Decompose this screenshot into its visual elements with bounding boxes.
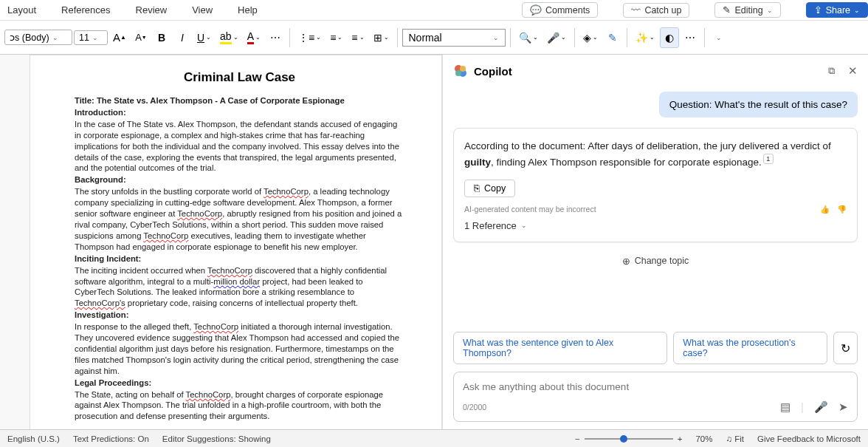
plus-circle-icon: ⊕ xyxy=(622,256,630,267)
copilot-title: Copilot xyxy=(474,65,512,78)
copilot-input-box[interactable]: 0/2000 ▤ | 🎤 ➤ xyxy=(453,372,858,422)
char-counter: 0/2000 xyxy=(463,403,486,412)
tab-references[interactable]: References xyxy=(61,4,110,16)
para-inc: The inciting incident occurred when Tech… xyxy=(75,265,404,310)
para-leg: The State, acting on behalf of TechnoCor… xyxy=(75,389,404,423)
shrink-font-button[interactable]: A▼ xyxy=(131,27,151,48)
copy-icon: ⎘ xyxy=(474,183,480,194)
catchup-button[interactable]: 〰Catch up xyxy=(623,3,689,18)
heading-intro: Introduction: xyxy=(75,107,404,118)
document-area[interactable]: Criminal Law Case Title: The State vs. A… xyxy=(0,55,443,429)
feedback-link[interactable]: Give Feedback to Microsoft xyxy=(757,434,861,443)
bullets-button[interactable]: ⋮≡⌄ xyxy=(294,27,325,48)
grow-font-button[interactable]: A▲ xyxy=(109,27,130,48)
thumbs-up-icon[interactable]: 👍 xyxy=(820,205,830,214)
zoom-in-icon[interactable]: + xyxy=(678,434,683,443)
pencil-icon: ✎ xyxy=(723,4,731,16)
zoom-out-icon[interactable]: − xyxy=(575,434,580,443)
copilot-body: Question: What's the result of this case… xyxy=(443,87,868,332)
status-bar: English (U.S.) Text Predictions: On Edit… xyxy=(0,429,868,447)
svg-point-2 xyxy=(460,66,466,72)
spacing-button[interactable]: ⊞⌄ xyxy=(370,27,393,48)
status-pred[interactable]: Text Predictions: On xyxy=(73,434,149,443)
menu-bar: Layout References Review View Help 💬Comm… xyxy=(0,0,868,21)
refresh-icon: ↻ xyxy=(841,341,850,355)
heading-inv: Investigation: xyxy=(75,310,404,321)
font-select[interactable]: ɔs (Body)⌄ xyxy=(4,30,72,45)
status-editor[interactable]: Editor Suggestions: Showing xyxy=(162,434,271,443)
italic-button[interactable]: I xyxy=(173,27,192,48)
disclaimer-text: AI-generated content may be incorrect xyxy=(464,205,596,214)
heading-title: Title: The State vs. Alex Thompson - A C… xyxy=(75,95,404,106)
share-icon: ⇪ xyxy=(814,4,822,16)
user-message: Question: What's the result of this case… xyxy=(659,92,858,117)
wand-button[interactable]: ✨⌄ xyxy=(632,27,658,48)
copilot-input[interactable] xyxy=(463,381,848,392)
ai-response-card: According to the document: After days of… xyxy=(453,128,858,242)
comments-button[interactable]: 💬Comments xyxy=(522,2,598,18)
close-icon[interactable]: ✕ xyxy=(848,64,858,78)
designer-button[interactable]: ◈⌄ xyxy=(579,27,602,48)
heading-leg: Legal Proceedings: xyxy=(75,378,404,389)
copy-button[interactable]: ⎘Copy xyxy=(464,180,515,197)
para-intro: In the case of The State vs. Alex Thomps… xyxy=(75,119,404,174)
page[interactable]: Criminal Law Case Title: The State vs. A… xyxy=(30,55,442,429)
style-select[interactable]: Normal⌄ xyxy=(402,29,506,47)
overflow-button[interactable]: ⋯ xyxy=(681,27,700,48)
status-lang[interactable]: English (U.S.) xyxy=(7,434,60,443)
doc-title: Criminal Law Case xyxy=(75,70,404,85)
heading-inc: Inciting Incident: xyxy=(75,253,404,265)
size-select[interactable]: 11⌄ xyxy=(74,30,108,45)
copilot-logo-icon xyxy=(453,64,468,78)
heading-bg: Background: xyxy=(75,174,404,185)
fit-button[interactable]: ♫ Fit xyxy=(726,434,744,443)
suggestion-2[interactable]: What was the prosecution's case? xyxy=(673,332,827,364)
tab-view[interactable]: View xyxy=(192,4,213,16)
comment-icon: 💬 xyxy=(530,4,542,16)
svg-point-3 xyxy=(455,70,461,76)
send-icon[interactable]: ➤ xyxy=(838,400,848,414)
chevron-button[interactable]: ⌄ xyxy=(709,27,728,48)
expand-icon[interactable]: ⧉ xyxy=(828,65,835,77)
book-icon[interactable]: ▤ xyxy=(780,400,790,414)
tab-help[interactable]: Help xyxy=(238,4,258,16)
dictate-button[interactable]: 🎤⌄ xyxy=(543,27,570,48)
numbering-button[interactable]: ≡⌄ xyxy=(326,27,346,48)
suggestion-1[interactable]: What was the sentence given to Alex Thom… xyxy=(453,332,667,364)
reference-toggle[interactable]: 1 Reference⌄ xyxy=(464,220,847,231)
editing-button[interactable]: ✎Editing⌄ xyxy=(714,2,780,18)
find-button[interactable]: 🔍⌄ xyxy=(515,27,542,48)
share-button[interactable]: ⇪Share⌄ xyxy=(806,2,868,18)
zoom-value[interactable]: 70% xyxy=(695,434,712,443)
para-inv: In response to the alleged theft, Techno… xyxy=(75,321,404,377)
pulse-icon: 〰 xyxy=(631,5,641,16)
ai-text: According to the document: After days of… xyxy=(464,139,847,169)
para-bg: The story unfolds in the bustling corpor… xyxy=(75,186,404,252)
thumbs-down-icon[interactable]: 👎 xyxy=(837,205,847,214)
zoom-control[interactable]: − + xyxy=(575,434,682,443)
reload-button[interactable]: ↻ xyxy=(833,332,858,364)
tab-layout[interactable]: Layout xyxy=(7,4,36,16)
editor-button[interactable]: ✎ xyxy=(603,27,622,48)
zoom-slider[interactable] xyxy=(585,438,673,440)
highlight-button[interactable]: ab⌄ xyxy=(216,27,242,48)
font-color-button[interactable]: A⌄ xyxy=(244,27,264,48)
change-topic-button[interactable]: ⊕Change topic xyxy=(453,256,858,267)
ribbon: ɔs (Body)⌄ 11⌄ A▲ A▼ B I U⌄ ab⌄ A⌄ ⋯ ⋮≡⌄… xyxy=(0,21,868,55)
underline-button[interactable]: U⌄ xyxy=(193,27,215,48)
align-button[interactable]: ≡⌄ xyxy=(348,27,368,48)
mic-icon[interactable]: 🎤 xyxy=(814,400,828,414)
copilot-pane: Copilot ⧉ ✕ Question: What's the result … xyxy=(443,55,868,429)
bold-button[interactable]: B xyxy=(152,27,171,48)
citation[interactable]: 1 xyxy=(763,154,774,164)
tab-review[interactable]: Review xyxy=(136,4,168,16)
more-font-button[interactable]: ⋯ xyxy=(266,27,285,48)
copilot-button[interactable]: ◐ xyxy=(660,27,679,48)
